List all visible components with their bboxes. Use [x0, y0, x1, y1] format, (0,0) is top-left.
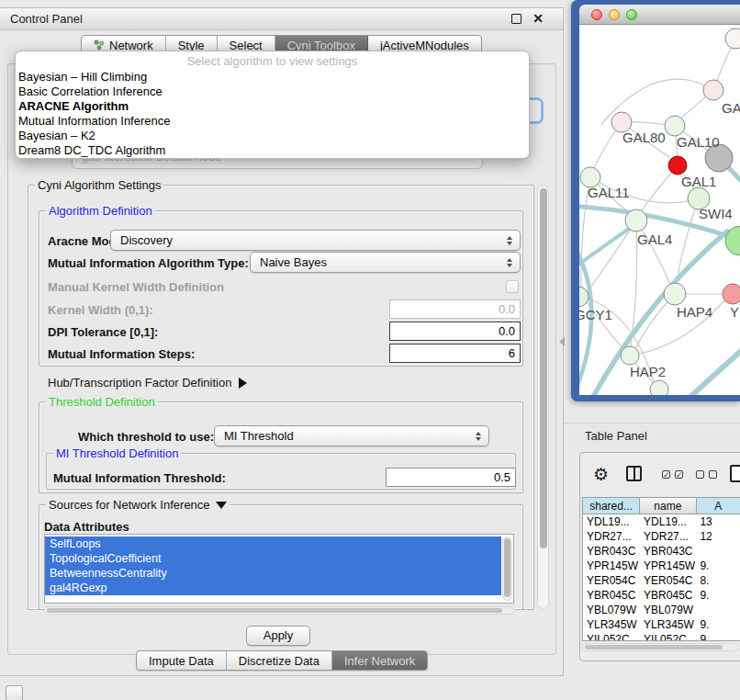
node-label-gcy1: GCY1	[579, 307, 612, 322]
table-row[interactable]: YDR27...YDR27...12	[583, 529, 740, 544]
table-horizontal-scrollbar[interactable]	[582, 643, 739, 651]
algorithm-dropdown-list: Bayesian – Hill ClimbingBasic Correlatio…	[16, 70, 529, 158]
columns-icon[interactable]	[626, 466, 642, 481]
network-node[interactable]	[668, 156, 687, 175]
table-row[interactable]: YBR043CYBR043C	[583, 544, 740, 559]
node-label-hap4: HAP4	[677, 304, 712, 320]
network-tab-icon	[94, 40, 105, 51]
close-window-icon[interactable]	[591, 9, 602, 20]
document-icon[interactable]	[730, 465, 740, 482]
network-node[interactable]	[723, 284, 740, 304]
node-table[interactable]: shared...nameA YDL19...YDL19...13YDR27..…	[582, 497, 740, 641]
float-panel-icon[interactable]	[511, 14, 521, 24]
bottom-tab-infer-network[interactable]: Infer Network	[332, 651, 427, 670]
network-canvas[interactable]: GALGAL80GAL10GAL1GAL11SWI4GAL4GCY1HAP4YH…	[579, 25, 740, 395]
algorithm-option-basic-correlation-inference[interactable]: Basic Correlation Inference	[16, 85, 529, 99]
node-label-gal80: GAL80	[622, 130, 666, 145]
network-edge[interactable]	[588, 220, 636, 291]
algorithm-option-mutual-information-inference[interactable]: Mutual Information Inference	[16, 114, 529, 129]
aracne-mode-value: Discovery	[120, 233, 173, 247]
table-row[interactable]: YBR045CYBR045C9.	[583, 588, 740, 603]
network-node[interactable]	[621, 346, 639, 365]
algorithm-option-bayesian-hill-climbing[interactable]: Bayesian – Hill Climbing	[16, 70, 529, 85]
table-row[interactable]: YER054CYER054C8.	[583, 573, 740, 588]
column-header-a[interactable]: A	[697, 498, 740, 514]
data-attributes-label: Data Attributes	[44, 520, 129, 534]
gear-icon[interactable]: ⚙	[593, 464, 609, 485]
list-horizontal-scrollbar[interactable]	[44, 606, 514, 615]
network-node[interactable]	[703, 80, 723, 100]
dpi-tolerance-label: DPI Tolerance [0,1]:	[48, 325, 158, 339]
settings-vertical-scrollbar[interactable]	[537, 185, 549, 609]
column-header-name[interactable]: name	[640, 498, 696, 514]
mi-steps-label: Mutual Information Steps:	[48, 347, 195, 361]
table-cell: YIL052C	[640, 632, 696, 641]
table-cell: 12	[696, 529, 740, 544]
node-label-gal11: GAL11	[588, 185, 630, 200]
mi-steps-field[interactable]: 6	[389, 344, 521, 363]
table-row[interactable]: YLR345WYLR345W9.	[583, 617, 740, 632]
table-cell: 9.	[696, 632, 740, 641]
table-cell: YBR043C	[640, 544, 696, 559]
zoom-window-icon[interactable]	[626, 9, 637, 20]
algorithm-option-dream8-dc-tdc-algorithm[interactable]: Dream8 DC_TDC Algorithm	[16, 143, 529, 158]
network-node[interactable]	[579, 287, 589, 307]
screen: Control Panel ✕ NetworkStyleSelectCyni T…	[0, 0, 740, 700]
sources-disclosure[interactable]: Sources for Network Inference	[46, 498, 230, 512]
column-header-shared-[interactable]: shared...	[583, 498, 640, 514]
attribute-item-topologicalcoefficient[interactable]: TopologicalCoefficient	[45, 551, 501, 566]
network-edge-thick[interactable]	[690, 352, 740, 395]
table-row[interactable]: YIL052CYIL052C9.	[583, 632, 740, 641]
list-vertical-scrollbar[interactable]	[502, 536, 512, 601]
tab-label: Impute Data	[149, 654, 214, 668]
data-attributes-list[interactable]: SelfLoopsTopologicalCoefficientBetweenne…	[44, 534, 514, 604]
mi-algorithm-type-combobox[interactable]: Naive Bayes	[250, 252, 521, 273]
deselect-all-columns-icon[interactable]	[696, 470, 704, 479]
dpi-tolerance-field[interactable]: 0.0	[389, 322, 521, 341]
bottom-tab-impute-data[interactable]: Impute Data	[137, 651, 227, 670]
hub-definition-disclosure[interactable]: Hub/Transcription Factor Definition	[48, 376, 247, 390]
attribute-item-selfloops[interactable]: SelfLoops	[45, 536, 501, 551]
bottom-tab-discretize-data[interactable]: Discretize Data	[227, 651, 332, 670]
network-node[interactable]	[665, 116, 685, 136]
network-node[interactable]	[650, 380, 668, 395]
hide-panel-arrow-icon[interactable]	[559, 337, 565, 346]
table-panel: ⚙ ✓ ✓ shared...nameA YDL19...YDL19...13Y…	[579, 452, 740, 661]
algorithm-option-bayesian-k2[interactable]: Bayesian – K2	[16, 129, 529, 143]
combo-arrows-icon	[476, 432, 481, 441]
network-node[interactable]	[664, 283, 686, 305]
settings-scrollbar-thumb[interactable]	[540, 188, 547, 548]
kernel-width-field[interactable]: 0.0	[389, 299, 521, 319]
close-panel-icon[interactable]: ✕	[533, 14, 544, 24]
apply-button[interactable]: Apply	[246, 626, 310, 646]
algorithm-option-aracne-algorithm[interactable]: ARACNE Algorithm	[16, 99, 529, 114]
table-cell: YBL079W	[583, 603, 640, 617]
bottom-left-mini-button[interactable]	[6, 685, 23, 700]
table-row[interactable]: YBL079WYBL079W	[583, 603, 740, 617]
network-graph: GALGAL80GAL10GAL1GAL11SWI4GAL4GCY1HAP4YH…	[579, 25, 740, 395]
network-node[interactable]	[725, 28, 740, 49]
minimize-window-icon[interactable]	[609, 9, 620, 20]
combo-arrows-icon	[507, 258, 512, 267]
cyni-algorithm-settings-title: Cyni Algorithm Settings	[35, 178, 163, 192]
table-row[interactable]: YDL19...YDL19...13	[583, 514, 740, 529]
manual-kernel-width-checkbox[interactable]	[506, 280, 519, 293]
table-row[interactable]: YPR145WYPR145W9.	[583, 559, 740, 573]
table-cell: 9.	[696, 617, 740, 632]
select-all-columns-icon[interactable]: ✓	[662, 470, 670, 479]
network-edge-thick[interactable]	[579, 227, 632, 270]
network-window-titlebar[interactable]	[579, 5, 740, 25]
mi-threshold-label: Mutual Information Threshold:	[53, 471, 226, 485]
mi-threshold-field[interactable]: 0.5	[386, 468, 516, 487]
table-toolbar: ⚙ ✓ ✓	[580, 462, 740, 490]
table-cell: YBL079W	[640, 603, 696, 617]
attribute-item-gal4rgexp[interactable]: gal4RGexp	[45, 581, 501, 595]
control-panel-title: Control Panel	[10, 12, 83, 26]
which-threshold-combobox[interactable]: MI Threshold	[214, 425, 489, 446]
tab-label: Discretize Data	[239, 654, 320, 668]
network-node[interactable]	[625, 209, 647, 231]
deselect-all-columns-icon2[interactable]	[709, 470, 717, 479]
aracne-mode-combobox[interactable]: Discovery	[110, 230, 521, 251]
select-all-columns-icon2[interactable]: ✓	[675, 470, 683, 479]
attribute-item-betweennesscentrality[interactable]: BetweennessCentrality	[45, 566, 501, 581]
